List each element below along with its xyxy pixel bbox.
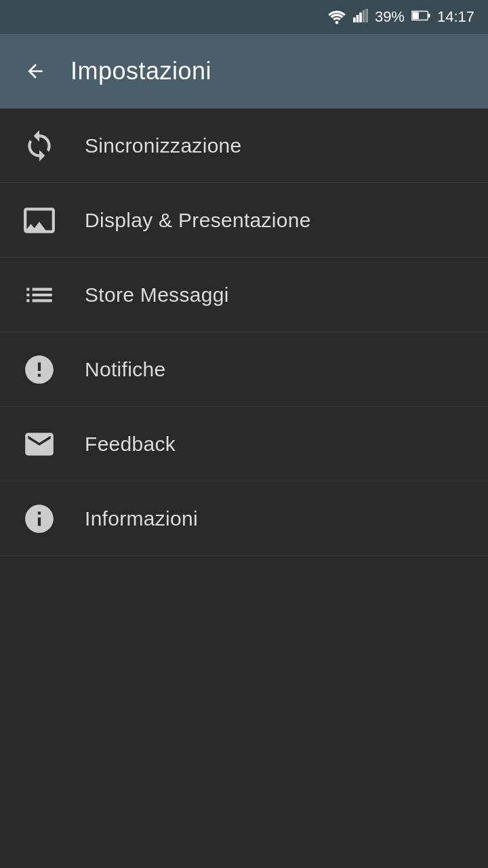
signal-icon (353, 8, 368, 26)
svg-rect-5 (365, 9, 368, 22)
menu-item-store-messaggi[interactable]: Store Messaggi (0, 258, 488, 332)
notifiche-label: Notifiche (85, 358, 165, 381)
time-display: 14:17 (437, 8, 474, 26)
envelope-icon (20, 425, 58, 462)
info-circle-icon (20, 500, 58, 537)
svg-rect-1 (353, 18, 356, 22)
svg-rect-4 (363, 10, 365, 22)
battery-percent: 39% (375, 8, 405, 26)
battery-icon (411, 9, 430, 24)
menu-list: Sincronizzazione Display & Presentazione… (0, 108, 488, 556)
display-presentazione-label: Display & Presentazione (85, 209, 311, 232)
menu-item-informazioni[interactable]: Informazioni (0, 481, 488, 556)
alert-circle-icon (20, 351, 58, 388)
informazioni-label: Informazioni (85, 507, 198, 530)
list-icon (20, 276, 58, 313)
svg-rect-2 (356, 15, 359, 22)
page-title: Impostazioni (70, 57, 211, 85)
svg-rect-3 (359, 12, 362, 22)
sync-icon (20, 127, 58, 164)
menu-item-notifiche[interactable]: Notifiche (0, 332, 488, 407)
sincronizzazione-label: Sincronizzazione (85, 134, 242, 157)
svg-point-0 (336, 21, 339, 24)
svg-rect-7 (428, 14, 430, 18)
menu-item-feedback[interactable]: Feedback (0, 407, 488, 481)
wifi-icon (327, 9, 346, 24)
store-messaggi-label: Store Messaggi (85, 283, 229, 307)
svg-rect-8 (412, 12, 418, 19)
feedback-label: Feedback (85, 433, 176, 456)
header: Impostazioni (0, 34, 488, 108)
back-button[interactable] (20, 56, 50, 86)
image-icon (20, 201, 58, 239)
menu-item-sincronizzazione[interactable]: Sincronizzazione (0, 108, 488, 183)
menu-item-display-presentazione[interactable]: Display & Presentazione (0, 183, 488, 258)
status-bar: 39% 14:17 (0, 0, 488, 34)
status-icons: 39% 14:17 (327, 8, 474, 26)
